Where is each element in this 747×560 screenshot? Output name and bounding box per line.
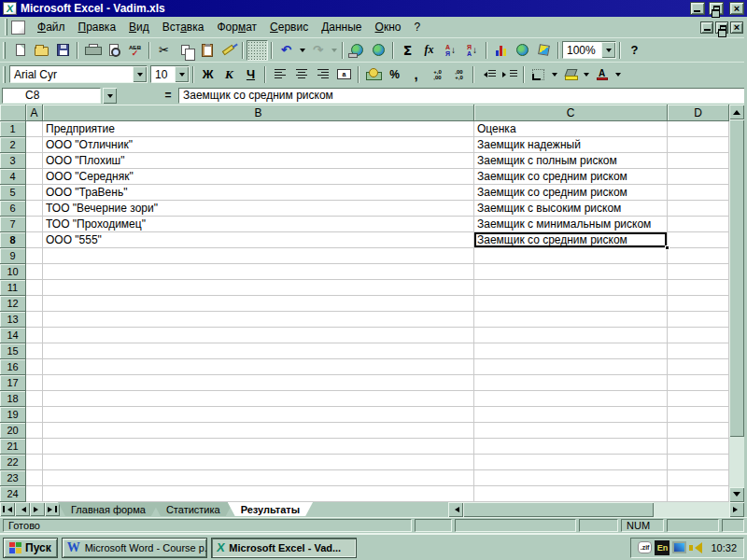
doc-close-button[interactable]: × <box>730 21 743 34</box>
row-header-5[interactable]: 5 <box>0 185 26 201</box>
grid-toggle-button[interactable] <box>247 40 268 61</box>
cell-A19[interactable] <box>26 407 43 423</box>
row-header-16[interactable]: 16 <box>0 359 26 375</box>
borders-dropdown-button[interactable] <box>549 64 559 85</box>
cell-B18[interactable] <box>43 391 474 407</box>
print-preview-button[interactable] <box>103 40 124 61</box>
cell-D10[interactable] <box>668 264 729 280</box>
font-name-dropdown-button[interactable] <box>133 66 147 82</box>
row-header-1[interactable]: 1 <box>0 121 26 137</box>
toolbar-grip[interactable] <box>3 66 6 83</box>
column-header-D[interactable]: D <box>668 105 729 121</box>
cell-A20[interactable] <box>26 423 43 439</box>
web-toolbar-button[interactable] <box>368 40 389 61</box>
row-header-13[interactable]: 13 <box>0 312 26 328</box>
sort-descending-button[interactable]: ЯА ↓ <box>461 40 483 61</box>
redo-button[interactable]: ↷ <box>307 40 329 61</box>
function-wizard-button[interactable]: fx <box>418 40 440 61</box>
cell-B3[interactable]: ООО "Плохиш" <box>43 153 474 169</box>
column-header-B[interactable]: B <box>43 105 474 121</box>
scroll-left-button[interactable] <box>448 502 463 517</box>
cell-A6[interactable] <box>26 201 43 217</box>
cell-A22[interactable] <box>26 455 43 470</box>
decrease-decimal-button[interactable]: ,00+,0 <box>448 64 470 85</box>
row-header-12[interactable]: 12 <box>0 296 26 312</box>
comma-style-button[interactable]: , <box>405 64 427 85</box>
autosum-button[interactable]: Σ <box>397 40 418 61</box>
cell-C15[interactable] <box>474 343 668 359</box>
cell-D2[interactable] <box>668 137 729 153</box>
cell-A9[interactable] <box>26 248 43 264</box>
cell-D3[interactable] <box>668 153 729 169</box>
cell-D14[interactable] <box>668 328 729 343</box>
font-size-combo[interactable]: 10 <box>150 65 190 83</box>
row-header-20[interactable]: 20 <box>0 423 26 439</box>
cell-C10[interactable] <box>474 264 668 280</box>
last-sheet-button[interactable] <box>45 502 60 516</box>
cell-C19[interactable] <box>474 407 668 423</box>
cell-B9[interactable] <box>43 248 474 264</box>
cell-A18[interactable] <box>26 391 43 407</box>
cell-A3[interactable] <box>26 153 43 169</box>
row-header-11[interactable]: 11 <box>0 280 26 296</box>
cell-C18[interactable] <box>474 391 668 407</box>
cell-D22[interactable] <box>668 455 729 470</box>
undo-button[interactable]: ↶ <box>275 40 297 61</box>
cell-D24[interactable] <box>668 486 729 502</box>
cell-C3[interactable]: Заемщик с полным риском <box>474 153 668 169</box>
restore-button[interactable] <box>709 2 724 15</box>
cell-D20[interactable] <box>668 423 729 439</box>
cell-D17[interactable] <box>668 375 729 391</box>
row-header-23[interactable]: 23 <box>0 470 26 486</box>
minimize-button[interactable] <box>690 2 705 15</box>
doc-minimize-button[interactable] <box>700 21 713 34</box>
cell-B14[interactable] <box>43 328 474 343</box>
row-header-3[interactable]: 3 <box>0 153 26 169</box>
row-header-19[interactable]: 19 <box>0 407 26 423</box>
cell-B10[interactable] <box>43 264 474 280</box>
scroll-right-button[interactable] <box>729 502 744 517</box>
cell-D21[interactable] <box>668 439 729 455</box>
font-name-combo[interactable]: Arial Cyr <box>9 65 148 83</box>
align-left-button[interactable] <box>269 64 290 85</box>
cell-B24[interactable] <box>43 486 474 502</box>
row-header-22[interactable]: 22 <box>0 455 26 470</box>
cell-B7[interactable]: ТОО "Проходимец" <box>43 217 474 232</box>
cell-A12[interactable] <box>26 296 43 312</box>
font-color-dropdown-button[interactable] <box>613 64 623 85</box>
increase-decimal-button[interactable]: +,0,00 <box>427 64 448 85</box>
redo-dropdown-button[interactable] <box>329 40 339 61</box>
cell-C5[interactable]: Заемщик со средним риском <box>474 185 668 201</box>
cell-B23[interactable] <box>43 470 474 486</box>
name-box-dropdown-button[interactable] <box>103 88 117 104</box>
cell-C21[interactable] <box>474 439 668 455</box>
column-header-A[interactable]: A <box>26 105 43 121</box>
cell-C17[interactable] <box>474 375 668 391</box>
next-sheet-button[interactable] <box>30 502 45 516</box>
chart-wizard-button[interactable] <box>490 40 512 61</box>
doc-restore-button[interactable] <box>715 21 728 34</box>
cell-D4[interactable] <box>668 169 729 185</box>
formula-input[interactable]: Заемщик со средним риском <box>178 88 745 104</box>
scroll-up-button[interactable] <box>729 105 744 119</box>
help-button[interactable]: ? <box>624 40 645 61</box>
cell-C9[interactable] <box>474 248 668 264</box>
fill-color-button[interactable] <box>559 64 581 85</box>
row-header-15[interactable]: 15 <box>0 343 26 359</box>
menu-item-5[interactable]: Сервис <box>263 18 315 36</box>
sheet-tab-0[interactable]: Главная форма <box>58 502 159 516</box>
cell-D8[interactable] <box>668 232 729 248</box>
cell-C4[interactable]: Заемщик со средним риском <box>474 169 668 185</box>
cell-A11[interactable] <box>26 280 43 296</box>
row-header-8[interactable]: 8 <box>0 232 26 248</box>
cell-B6[interactable]: ТОО "Вечерние зори" <box>43 201 474 217</box>
cell-B21[interactable] <box>43 439 474 455</box>
cell-B12[interactable] <box>43 296 474 312</box>
font-color-button[interactable]: А <box>591 64 613 85</box>
zoom-dropdown-button[interactable] <box>601 42 615 58</box>
menu-item-4[interactable]: Формат <box>210 18 263 36</box>
italic-button[interactable]: К <box>218 64 240 85</box>
menu-item-0[interactable]: Файл <box>31 18 72 36</box>
zoom-combo[interactable]: 100% <box>562 41 616 59</box>
sheet-tab-1[interactable]: Статистика <box>153 502 233 516</box>
